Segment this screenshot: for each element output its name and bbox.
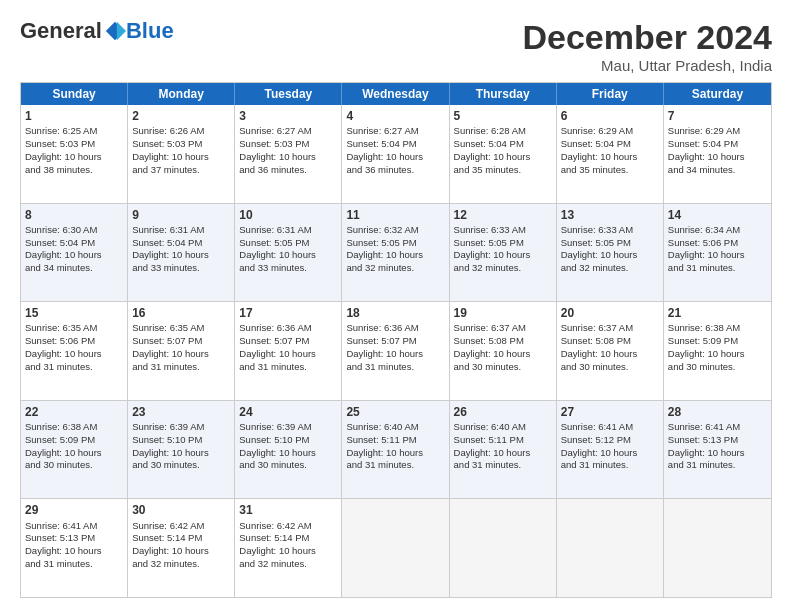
day-info: Sunrise: 6:35 AM Sunset: 5:07 PM Dayligh…	[132, 322, 209, 371]
cal-cell-12: 12Sunrise: 6:33 AM Sunset: 5:05 PM Dayli…	[450, 204, 557, 302]
cal-cell-2: 2Sunrise: 6:26 AM Sunset: 5:03 PM Daylig…	[128, 105, 235, 203]
day-number: 13	[561, 207, 659, 223]
day-number: 27	[561, 404, 659, 420]
cal-cell-19: 19Sunrise: 6:37 AM Sunset: 5:08 PM Dayli…	[450, 302, 557, 400]
day-info: Sunrise: 6:27 AM Sunset: 5:04 PM Dayligh…	[346, 125, 423, 174]
day-number: 23	[132, 404, 230, 420]
day-info: Sunrise: 6:42 AM Sunset: 5:14 PM Dayligh…	[239, 520, 316, 569]
calendar-body: 1Sunrise: 6:25 AM Sunset: 5:03 PM Daylig…	[21, 105, 771, 597]
day-number: 8	[25, 207, 123, 223]
cal-cell-7: 7Sunrise: 6:29 AM Sunset: 5:04 PM Daylig…	[664, 105, 771, 203]
weekday-header-sunday: Sunday	[21, 83, 128, 105]
calendar-header: SundayMondayTuesdayWednesdayThursdayFrid…	[21, 83, 771, 105]
cal-cell-27: 27Sunrise: 6:41 AM Sunset: 5:12 PM Dayli…	[557, 401, 664, 499]
day-info: Sunrise: 6:30 AM Sunset: 5:04 PM Dayligh…	[25, 224, 102, 273]
day-info: Sunrise: 6:41 AM Sunset: 5:12 PM Dayligh…	[561, 421, 638, 470]
day-info: Sunrise: 6:31 AM Sunset: 5:04 PM Dayligh…	[132, 224, 209, 273]
day-info: Sunrise: 6:31 AM Sunset: 5:05 PM Dayligh…	[239, 224, 316, 273]
day-info: Sunrise: 6:41 AM Sunset: 5:13 PM Dayligh…	[668, 421, 745, 470]
day-info: Sunrise: 6:25 AM Sunset: 5:03 PM Dayligh…	[25, 125, 102, 174]
cal-cell-empty-6	[664, 499, 771, 597]
day-number: 2	[132, 108, 230, 124]
day-info: Sunrise: 6:28 AM Sunset: 5:04 PM Dayligh…	[454, 125, 531, 174]
day-number: 12	[454, 207, 552, 223]
day-number: 9	[132, 207, 230, 223]
svg-marker-1	[117, 22, 126, 40]
cal-cell-empty-4	[450, 499, 557, 597]
day-info: Sunrise: 6:37 AM Sunset: 5:08 PM Dayligh…	[561, 322, 638, 371]
cal-cell-9: 9Sunrise: 6:31 AM Sunset: 5:04 PM Daylig…	[128, 204, 235, 302]
day-number: 16	[132, 305, 230, 321]
cal-cell-empty-3	[342, 499, 449, 597]
cal-cell-18: 18Sunrise: 6:36 AM Sunset: 5:07 PM Dayli…	[342, 302, 449, 400]
cal-cell-10: 10Sunrise: 6:31 AM Sunset: 5:05 PM Dayli…	[235, 204, 342, 302]
day-info: Sunrise: 6:38 AM Sunset: 5:09 PM Dayligh…	[25, 421, 102, 470]
weekday-header-saturday: Saturday	[664, 83, 771, 105]
day-info: Sunrise: 6:29 AM Sunset: 5:04 PM Dayligh…	[561, 125, 638, 174]
day-number: 19	[454, 305, 552, 321]
cal-cell-1: 1Sunrise: 6:25 AM Sunset: 5:03 PM Daylig…	[21, 105, 128, 203]
logo-blue: Blue	[126, 18, 174, 44]
day-number: 3	[239, 108, 337, 124]
cal-cell-14: 14Sunrise: 6:34 AM Sunset: 5:06 PM Dayli…	[664, 204, 771, 302]
day-number: 24	[239, 404, 337, 420]
cal-cell-3: 3Sunrise: 6:27 AM Sunset: 5:03 PM Daylig…	[235, 105, 342, 203]
day-number: 4	[346, 108, 444, 124]
day-number: 11	[346, 207, 444, 223]
day-number: 10	[239, 207, 337, 223]
day-info: Sunrise: 6:26 AM Sunset: 5:03 PM Dayligh…	[132, 125, 209, 174]
page: General Blue December 2024 Mau, Uttar Pr…	[0, 0, 792, 612]
day-info: Sunrise: 6:39 AM Sunset: 5:10 PM Dayligh…	[132, 421, 209, 470]
day-number: 26	[454, 404, 552, 420]
cal-cell-26: 26Sunrise: 6:40 AM Sunset: 5:11 PM Dayli…	[450, 401, 557, 499]
cal-cell-8: 8Sunrise: 6:30 AM Sunset: 5:04 PM Daylig…	[21, 204, 128, 302]
weekday-header-tuesday: Tuesday	[235, 83, 342, 105]
day-info: Sunrise: 6:38 AM Sunset: 5:09 PM Dayligh…	[668, 322, 745, 371]
day-number: 31	[239, 502, 337, 518]
day-info: Sunrise: 6:35 AM Sunset: 5:06 PM Dayligh…	[25, 322, 102, 371]
cal-cell-11: 11Sunrise: 6:32 AM Sunset: 5:05 PM Dayli…	[342, 204, 449, 302]
day-number: 14	[668, 207, 767, 223]
cal-cell-16: 16Sunrise: 6:35 AM Sunset: 5:07 PM Dayli…	[128, 302, 235, 400]
weekday-header-thursday: Thursday	[450, 83, 557, 105]
location: Mau, Uttar Pradesh, India	[522, 57, 772, 74]
cal-cell-4: 4Sunrise: 6:27 AM Sunset: 5:04 PM Daylig…	[342, 105, 449, 203]
day-number: 5	[454, 108, 552, 124]
day-number: 17	[239, 305, 337, 321]
day-number: 6	[561, 108, 659, 124]
cal-row-2: 15Sunrise: 6:35 AM Sunset: 5:06 PM Dayli…	[21, 301, 771, 400]
cal-cell-17: 17Sunrise: 6:36 AM Sunset: 5:07 PM Dayli…	[235, 302, 342, 400]
cal-cell-empty-5	[557, 499, 664, 597]
day-number: 21	[668, 305, 767, 321]
logo-general: General	[20, 18, 102, 44]
cal-cell-30: 30Sunrise: 6:42 AM Sunset: 5:14 PM Dayli…	[128, 499, 235, 597]
day-info: Sunrise: 6:34 AM Sunset: 5:06 PM Dayligh…	[668, 224, 745, 273]
day-info: Sunrise: 6:27 AM Sunset: 5:03 PM Dayligh…	[239, 125, 316, 174]
cal-cell-24: 24Sunrise: 6:39 AM Sunset: 5:10 PM Dayli…	[235, 401, 342, 499]
cal-row-4: 29Sunrise: 6:41 AM Sunset: 5:13 PM Dayli…	[21, 498, 771, 597]
day-number: 15	[25, 305, 123, 321]
cal-cell-28: 28Sunrise: 6:41 AM Sunset: 5:13 PM Dayli…	[664, 401, 771, 499]
day-number: 29	[25, 502, 123, 518]
calendar: SundayMondayTuesdayWednesdayThursdayFrid…	[20, 82, 772, 598]
title-block: December 2024 Mau, Uttar Pradesh, India	[522, 18, 772, 74]
cal-row-1: 8Sunrise: 6:30 AM Sunset: 5:04 PM Daylig…	[21, 203, 771, 302]
day-info: Sunrise: 6:39 AM Sunset: 5:10 PM Dayligh…	[239, 421, 316, 470]
cal-cell-22: 22Sunrise: 6:38 AM Sunset: 5:09 PM Dayli…	[21, 401, 128, 499]
day-number: 30	[132, 502, 230, 518]
month-title: December 2024	[522, 18, 772, 57]
day-info: Sunrise: 6:32 AM Sunset: 5:05 PM Dayligh…	[346, 224, 423, 273]
cal-cell-13: 13Sunrise: 6:33 AM Sunset: 5:05 PM Dayli…	[557, 204, 664, 302]
day-number: 22	[25, 404, 123, 420]
day-number: 20	[561, 305, 659, 321]
cal-cell-6: 6Sunrise: 6:29 AM Sunset: 5:04 PM Daylig…	[557, 105, 664, 203]
day-info: Sunrise: 6:40 AM Sunset: 5:11 PM Dayligh…	[454, 421, 531, 470]
cal-cell-21: 21Sunrise: 6:38 AM Sunset: 5:09 PM Dayli…	[664, 302, 771, 400]
logo-icon	[104, 20, 126, 42]
day-info: Sunrise: 6:40 AM Sunset: 5:11 PM Dayligh…	[346, 421, 423, 470]
logo-text: General Blue	[20, 18, 174, 44]
cal-cell-23: 23Sunrise: 6:39 AM Sunset: 5:10 PM Dayli…	[128, 401, 235, 499]
day-info: Sunrise: 6:37 AM Sunset: 5:08 PM Dayligh…	[454, 322, 531, 371]
cal-cell-29: 29Sunrise: 6:41 AM Sunset: 5:13 PM Dayli…	[21, 499, 128, 597]
day-number: 28	[668, 404, 767, 420]
